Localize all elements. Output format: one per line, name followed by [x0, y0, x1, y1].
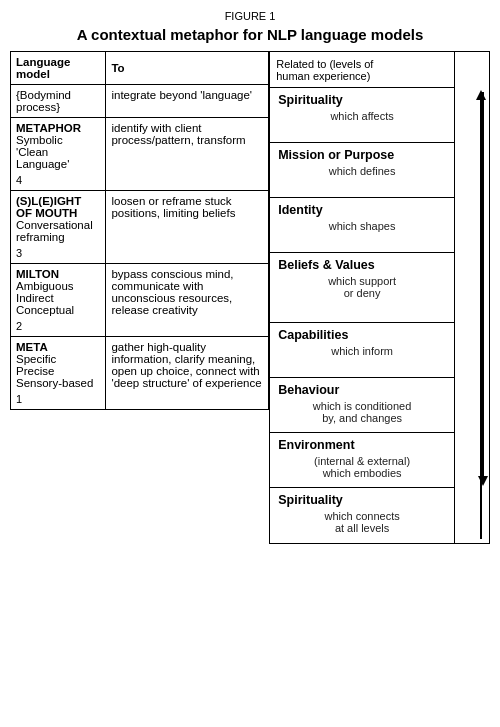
col-header-to: To: [106, 52, 269, 85]
table-row: {Bodymind process} integrate beyond 'lan…: [11, 85, 269, 118]
level-title: Mission or Purpose: [278, 148, 446, 162]
right-panel: Related to (levels ofhuman experience) S…: [269, 51, 490, 544]
model-label: METAPHOR: [16, 122, 81, 134]
level-sub: which supportor deny: [278, 275, 446, 299]
model-cell: (S)L(E)IGHTOF MOUTH Conversational refra…: [11, 191, 106, 264]
level-title: Spirituality: [278, 93, 446, 107]
table-row: METAPHOR Symbolic'Clean Language' 4 iden…: [11, 118, 269, 191]
model-cell: MILTON AmbiguousIndirectConceptual 2: [11, 264, 106, 337]
level-environment: Environment (internal & external)which e…: [270, 433, 454, 488]
level-capabilities: Capabilities which inform: [270, 323, 454, 378]
level-title: Identity: [278, 203, 446, 217]
model-cell: META SpecificPreciseSensory-based 1: [11, 337, 106, 410]
to-cell: gather high-quality information, clarify…: [106, 337, 269, 410]
table-header-row: Language model To: [11, 52, 269, 85]
arrows-column: [455, 52, 489, 543]
to-cell: identify with client process/pattern, tr…: [106, 118, 269, 191]
model-sub: AmbiguousIndirectConceptual: [16, 280, 74, 316]
model-cell: {Bodymind process}: [11, 85, 106, 118]
table-row: MILTON AmbiguousIndirectConceptual 2 byp…: [11, 264, 269, 337]
figure-label: FIGURE 1: [10, 10, 490, 22]
svg-marker-0: [478, 476, 488, 486]
main-layout: Language model To {Bodymind process} int…: [10, 51, 490, 544]
level-sub: which is conditionedby, and changes: [278, 400, 446, 424]
level-sub: which shapes: [278, 220, 446, 232]
level-behaviour: Behaviour which is conditionedby, and ch…: [270, 378, 454, 433]
page: FIGURE 1 A contextual metaphor for NLP l…: [10, 10, 490, 544]
to-cell: integrate beyond 'language': [106, 85, 269, 118]
left-table: Language model To {Bodymind process} int…: [10, 51, 269, 410]
level-sub: (internal & external)which embodies: [278, 455, 446, 479]
level-num: 3: [16, 247, 100, 259]
model-sub: SpecificPreciseSensory-based: [16, 353, 93, 389]
right-diagram: Related to (levels ofhuman experience) S…: [269, 51, 490, 544]
arrows-svg: [455, 52, 489, 543]
level-title: Beliefs & Values: [278, 258, 446, 272]
level-spirituality-1: Spirituality which affects: [270, 88, 454, 143]
level-sub: which connectsat all levels: [278, 510, 446, 534]
level-identity: Identity which shapes: [270, 198, 454, 253]
level-title: Behaviour: [278, 383, 446, 397]
top-label-text: Related to (levels ofhuman experience): [276, 58, 373, 82]
level-num: 2: [16, 320, 100, 332]
left-panel: Language model To {Bodymind process} int…: [10, 51, 269, 544]
levels-column: Related to (levels ofhuman experience) S…: [270, 52, 455, 543]
col-header-model: Language model: [11, 52, 106, 85]
level-num: 1: [16, 393, 100, 405]
top-label-row: Related to (levels ofhuman experience): [270, 52, 454, 88]
level-mission: Mission or Purpose which defines: [270, 143, 454, 198]
to-cell: bypass conscious mind, communicate with …: [106, 264, 269, 337]
level-title: Capabilities: [278, 328, 446, 342]
figure-title: A contextual metaphor for NLP language m…: [10, 26, 490, 43]
level-sub: which affects: [278, 110, 446, 122]
table-row: META SpecificPreciseSensory-based 1 gath…: [11, 337, 269, 410]
level-num: 4: [16, 174, 100, 186]
level-beliefs: Beliefs & Values which supportor deny: [270, 253, 454, 323]
model-label: MILTON: [16, 268, 59, 280]
model-label: (S)L(E)IGHTOF MOUTH: [16, 195, 81, 219]
level-title: Environment: [278, 438, 446, 452]
level-sub: which inform: [278, 345, 446, 357]
table-row: (S)L(E)IGHTOF MOUTH Conversational refra…: [11, 191, 269, 264]
level-spirituality-2: Spirituality which connectsat all levels: [270, 488, 454, 543]
to-cell: loosen or reframe stuck positions, limit…: [106, 191, 269, 264]
model-label: META: [16, 341, 48, 353]
level-sub: which defines: [278, 165, 446, 177]
model-sub: Conversational reframing: [16, 219, 93, 243]
model-sub: Symbolic'Clean Language': [16, 134, 69, 170]
svg-marker-1: [476, 90, 486, 100]
level-title: Spirituality: [278, 493, 446, 507]
model-cell: METAPHOR Symbolic'Clean Language' 4: [11, 118, 106, 191]
